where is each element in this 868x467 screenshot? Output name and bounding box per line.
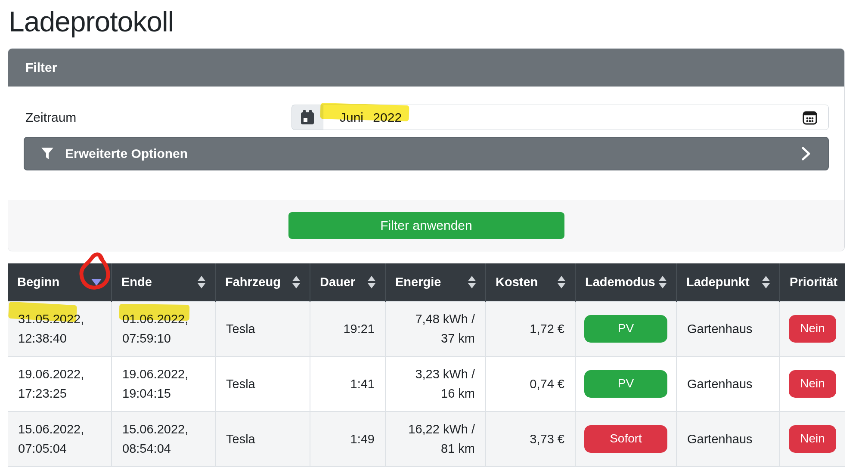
cell-ende: 01.06.2022,07:59:10 [112,301,215,356]
column-header-lademodus[interactable]: Lademodus [575,263,676,301]
column-header-beginn[interactable]: Beginn [8,263,112,301]
zeitraum-label: Zeitraum [25,110,76,125]
lademodus-badge: PV [584,315,667,342]
column-label: Fahrzeug [225,275,281,289]
advanced-options-button[interactable]: Erweiterte Optionen [24,137,829,170]
chevron-right-icon [800,146,812,161]
cell-kosten: 1,72 € [486,301,575,356]
cell-fahrzeug: Tesla [215,301,310,356]
lademodus-badge: PV [584,370,667,397]
month-input-value: Juni 2022 [340,110,402,125]
cell-prioritaet: Nein [780,301,845,356]
column-header-ende[interactable]: Ende [112,263,215,301]
column-label: Lademodus [585,275,655,289]
column-header-kosten[interactable]: Kosten [486,263,575,301]
filter-card-footer: Filter anwenden [8,200,844,251]
calendar-icon [300,109,315,126]
table-row: 15.06.2022,07:05:04 15.06.2022,08:54:04 … [8,411,845,467]
cell-ende: 15.06.2022,08:54:04 [112,411,215,467]
filter-card-body: Zeitraum Juni 2022 [8,87,844,200]
cell-dauer: 1:49 [310,411,385,467]
cell-beginn: 19.06.2022,17:23:25 [8,356,112,411]
cell-ladepunkt: Gartenhaus [676,356,780,411]
cell-kosten: 3,73 € [486,411,575,467]
filter-card: Filter Zeitraum Juni 2022 [8,48,845,251]
advanced-options-label: Erweiterte Optionen [65,146,188,161]
calendar-addon-button[interactable] [291,105,323,130]
cell-ende: 19.06.2022,19:04:15 [112,356,215,411]
sort-both-icon [198,276,205,288]
prioritaet-badge: Nein [789,425,836,452]
column-label: Kosten [496,275,538,289]
datepicker-icon[interactable] [801,108,819,127]
cell-kosten: 0,74 € [486,356,575,411]
cell-energie: 3,23 kWh /16 km [385,356,486,411]
column-label: Ladepunkt [686,275,750,289]
apply-filter-button[interactable]: Filter anwenden [288,212,564,239]
table-row: 31.05.2022,12:38:40 01.06.2022,07:59:10 … [8,301,845,356]
table-row: 19.06.2022,17:23:25 19.06.2022,19:04:15 … [8,356,845,411]
cell-beginn: 31.05.2022,12:38:40 [8,301,112,356]
cell-fahrzeug: Tesla [215,411,310,467]
cell-ladepunkt: Gartenhaus [676,411,780,467]
sort-both-icon [468,276,476,288]
zeitraum-input-group: Juni 2022 [291,105,829,130]
sort-both-icon [368,276,375,288]
cell-lademodus: PV [575,301,676,356]
zeitraum-row: Zeitraum Juni 2022 [24,105,829,130]
column-header-fahrzeug[interactable]: Fahrzeug [215,263,310,301]
prioritaet-badge: Nein [789,370,836,397]
cell-ladepunkt: Gartenhaus [676,301,780,356]
column-label: Priorität [790,275,837,289]
cell-prioritaet: Nein [780,356,845,411]
column-header-prioritaet[interactable]: Priorität [780,263,845,301]
filter-card-header: Filter [8,49,844,87]
sort-both-icon [292,276,300,288]
ladeprotokoll-page: Ladeprotokoll Filter Zeitraum [0,0,868,467]
sort-both-icon [659,276,666,288]
month-input[interactable]: Juni 2022 [323,105,829,130]
column-header-ladepunkt[interactable]: Ladepunkt [676,263,780,301]
page-title: Ladeprotokoll [9,5,845,38]
sort-both-icon [762,276,770,288]
sort-both-icon [558,276,565,288]
column-label: Beginn [17,275,59,289]
cell-beginn: 15.06.2022,07:05:04 [8,411,112,467]
column-header-dauer[interactable]: Dauer [310,263,385,301]
sort-desc-active-icon [91,279,102,286]
lademodus-badge: Sofort [584,425,667,452]
cell-energie: 16,22 kWh /81 km [385,411,486,467]
column-label: Dauer [320,275,355,289]
cell-dauer: 19:21 [310,301,385,356]
charging-log-table: Beginn Ende Fahrzeug [8,263,845,467]
prioritaet-badge: Nein [789,315,836,342]
cell-energie: 7,48 kWh /37 km [385,301,486,356]
cell-dauer: 1:41 [310,356,385,411]
column-label: Ende [121,275,152,289]
cell-lademodus: Sofort [575,411,676,467]
cell-prioritaet: Nein [780,411,845,467]
filter-funnel-icon [41,147,54,160]
column-label: Energie [395,275,441,289]
table-header-row: Beginn Ende Fahrzeug [8,263,845,301]
column-header-energie[interactable]: Energie [385,263,486,301]
cell-lademodus: PV [575,356,676,411]
cell-fahrzeug: Tesla [215,356,310,411]
